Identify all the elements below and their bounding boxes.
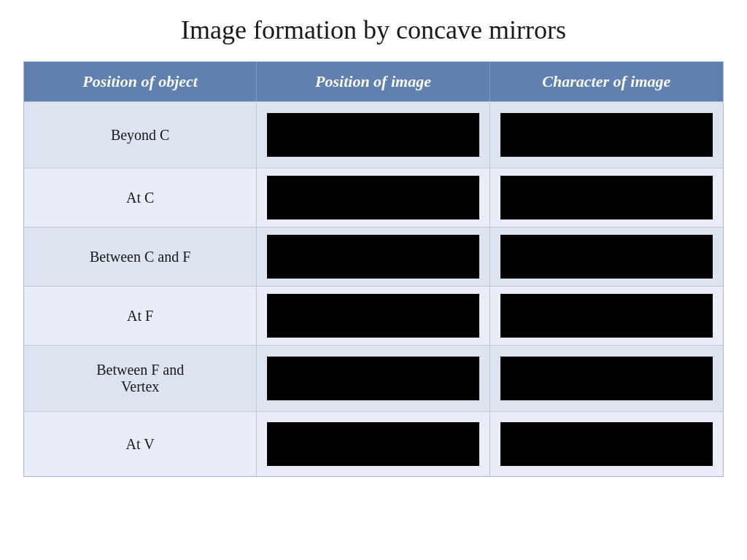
hidden-image-position <box>267 294 479 338</box>
character-between-fv <box>490 346 723 411</box>
image-position-at-v <box>257 412 489 476</box>
object-position-between-fv: Between F and Vertex <box>24 346 257 411</box>
character-at-c <box>490 168 723 227</box>
object-position-at-f: At F <box>24 287 257 345</box>
image-position-beyond-c <box>257 102 489 168</box>
object-position-at-v: At V <box>24 412 257 476</box>
header-position-image: Position of image <box>257 62 489 101</box>
header-position-object: Position of object <box>24 62 257 101</box>
hidden-image-position <box>267 113 479 157</box>
hidden-image-position <box>267 422 479 466</box>
table-header: Position of object Position of image Cha… <box>24 62 723 101</box>
image-position-between-fv <box>257 346 489 411</box>
hidden-image-position <box>267 357 479 400</box>
image-position-at-c <box>257 168 489 227</box>
image-position-at-f <box>257 287 489 345</box>
hidden-image-position <box>267 235 479 279</box>
table-row: At F <box>24 286 723 345</box>
object-position-beyond-c: Beyond C <box>24 102 257 168</box>
object-position-at-c: At C <box>24 168 257 227</box>
character-at-f <box>490 287 723 345</box>
character-at-v <box>490 412 723 476</box>
table-row: Beyond C <box>24 101 723 168</box>
hidden-character <box>500 422 713 466</box>
character-beyond-c <box>490 102 723 168</box>
hidden-character <box>500 113 713 157</box>
hidden-character <box>500 235 713 279</box>
hidden-image-position <box>267 176 479 219</box>
main-table: Position of object Position of image Cha… <box>23 61 724 477</box>
table-row: Between C and F <box>24 227 723 286</box>
object-position-between-cf: Between C and F <box>24 228 257 286</box>
table-row: Between F and Vertex <box>24 345 723 411</box>
header-character-image: Character of image <box>490 62 723 101</box>
page-title: Image formation by concave mirrors <box>22 15 725 45</box>
hidden-character <box>500 357 713 400</box>
table-row: At V <box>24 411 723 476</box>
table-row: At C <box>24 168 723 227</box>
image-position-between-cf <box>257 228 489 286</box>
table-body: Beyond C At C Between C and F <box>24 101 723 476</box>
hidden-character <box>500 176 713 219</box>
character-between-cf <box>490 228 723 286</box>
hidden-character <box>500 294 713 338</box>
